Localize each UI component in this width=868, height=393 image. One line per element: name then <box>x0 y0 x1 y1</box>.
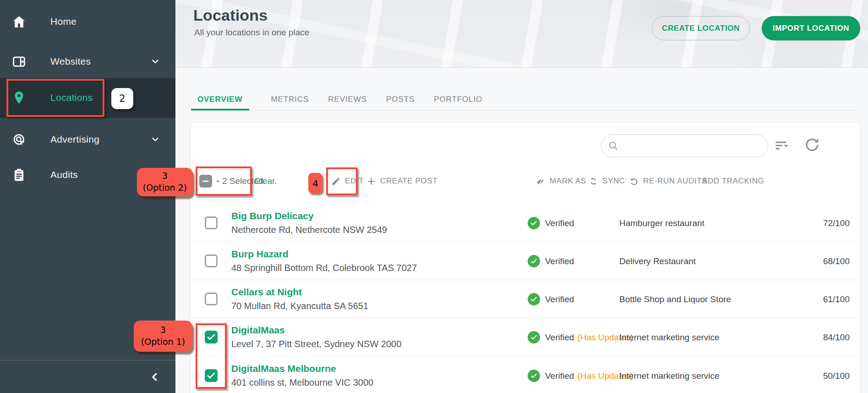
map-pin-icon <box>11 90 27 105</box>
bulk-actions-toolbar: 2 Selected. Clear. EDIT CREATE POST MARK… <box>191 166 860 196</box>
location-name-link[interactable]: DigitalMaas Melbourne <box>231 363 336 374</box>
location-name-link[interactable]: Big Burp Delicacy <box>231 210 314 221</box>
chevron-down-icon[interactable] <box>150 134 160 144</box>
rerun-audits-button[interactable]: RE-RUN AUDITS <box>629 166 707 196</box>
mark-as-button[interactable]: MARK AS <box>536 166 586 196</box>
sidebar-item-label: Home <box>50 16 76 27</box>
row-checkbox[interactable] <box>205 293 218 305</box>
location-name-link[interactable]: Burp Hazard <box>231 249 289 260</box>
sidebar-item-home[interactable]: Home <box>0 7 175 36</box>
replay-icon <box>629 177 639 186</box>
table-row: Big Burp Delicacy Nethercote Rd, Netherc… <box>191 204 860 242</box>
location-score: 50/100 <box>823 357 850 393</box>
tab-posts[interactable]: POSTS <box>380 90 421 111</box>
verified-check-icon <box>528 293 540 305</box>
chevron-down-icon[interactable] <box>150 56 160 66</box>
sidebar-item-advertising[interactable]: Advertising <box>0 125 175 154</box>
sidebar-item-label: Audits <box>50 169 78 180</box>
sidebar-item-audits[interactable]: Audits <box>0 161 175 189</box>
sidebar-item-label: Websites <box>50 56 91 67</box>
tab-metrics[interactable]: METRICS <box>265 90 316 111</box>
sync-icon <box>589 177 598 186</box>
sidebar-item-label: Advertising <box>50 134 99 145</box>
sidebar-item-label: Locations <box>50 92 93 103</box>
row-checkbox[interactable] <box>205 255 218 267</box>
search-input[interactable] <box>622 137 761 155</box>
location-category: Internet marketing service <box>619 318 720 356</box>
location-score: 84/100 <box>823 318 850 356</box>
browser-icon <box>11 54 27 69</box>
location-category: Internet marketing service <box>619 357 720 393</box>
row-checkbox[interactable] <box>205 216 218 229</box>
location-score: 61/100 <box>823 280 850 318</box>
ads-click-icon <box>11 132 27 147</box>
status-badge: Verified (Has Updates) <box>528 357 633 393</box>
status-badge: Verified (Has Updates) <box>528 318 633 356</box>
clipboard-icon <box>11 167 27 183</box>
plus-icon <box>366 177 376 186</box>
clear-selection-link[interactable]: Clear. <box>254 166 277 196</box>
refresh-icon[interactable] <box>804 137 820 153</box>
page-header: Locations All your locations in one plac… <box>175 0 868 68</box>
page-subtitle: All your locations in one place <box>194 28 309 38</box>
location-name-link[interactable]: Cellars at Night <box>231 287 302 298</box>
tag-icon <box>536 177 546 186</box>
locations-table-card: 2 Selected. Clear. EDIT CREATE POST MARK… <box>191 123 860 393</box>
tab-overview[interactable]: OVERVIEW <box>191 90 249 111</box>
verified-check-icon <box>528 255 540 267</box>
table-row: Burp Hazard 48 Springhill Bottom Rd, Col… <box>191 242 860 280</box>
status-badge: Verified <box>528 204 577 242</box>
verified-check-icon <box>528 331 540 343</box>
search-box <box>601 134 768 157</box>
collapse-sidebar-icon[interactable] <box>149 371 160 382</box>
location-category: Delivery Restaurant <box>619 242 696 280</box>
sidebar-item-websites[interactable]: Websites <box>0 47 175 76</box>
sidebar: Home Websites Locations Advertising <box>0 0 175 393</box>
location-category: Hamburger restaurant <box>619 204 704 242</box>
location-category: Bottle Shop and Liquor Store <box>619 280 731 318</box>
row-checkbox[interactable] <box>205 331 218 343</box>
location-address: 48 Springhill Bottom Rd, Colebrook TAS 7… <box>231 263 417 273</box>
sidebar-item-locations[interactable]: Locations <box>0 78 175 118</box>
location-address: 401 collins st, Melbourne VIC 3000 <box>231 377 373 388</box>
location-address: 70 Mullan Rd, Kyancutta SA 5651 <box>231 301 368 311</box>
tab-reviews[interactable]: REVIEWS <box>322 90 373 111</box>
sidebar-footer <box>0 360 175 393</box>
verified-check-icon <box>528 370 540 382</box>
selection-dropdown-icon[interactable] <box>214 177 222 185</box>
sync-button[interactable]: SYNC <box>589 166 625 196</box>
import-location-button[interactable]: IMPORT LOCATION <box>762 16 860 40</box>
page-title: Locations <box>193 6 267 24</box>
table-row: DigitalMaas Melbourne 401 collins st, Me… <box>191 357 860 393</box>
location-score: 68/100 <box>823 242 850 280</box>
search-icon <box>608 140 619 151</box>
home-icon <box>11 14 27 29</box>
table-row: Cellars at Night 70 Mullan Rd, Kyancutta… <box>191 280 860 318</box>
location-score: 72/100 <box>823 204 850 242</box>
annotation-step-2-badge: 2 <box>111 88 133 109</box>
table-row: DigitalMaas Level 7, 37 Pitt Street, Syd… <box>191 318 860 356</box>
edit-button[interactable]: EDIT <box>331 166 364 196</box>
status-badge: Verified <box>528 242 577 280</box>
pencil-icon <box>331 177 341 186</box>
filter-icon[interactable] <box>774 137 790 154</box>
tab-portfolio[interactable]: PORTFOLIO <box>427 90 489 111</box>
row-checkbox[interactable] <box>205 369 218 382</box>
create-post-button[interactable]: CREATE POST <box>366 166 437 196</box>
create-location-button[interactable]: CREATE LOCATION <box>652 16 750 40</box>
status-badge: Verified <box>528 280 577 318</box>
location-address: Nethercote Rd, Nethercote NSW 2549 <box>231 225 387 235</box>
add-tracking-button[interactable]: ADD TRACKING <box>702 166 764 196</box>
main-content: Locations All your locations in one plac… <box>175 0 868 393</box>
select-all-checkbox[interactable] <box>199 175 212 188</box>
verified-check-icon <box>528 217 540 229</box>
tabs-bar: OVERVIEW METRICS REVIEWS POSTS PORTFOLIO <box>175 68 868 123</box>
location-name-link[interactable]: DigitalMaas <box>231 325 285 336</box>
location-address: Level 7, 37 Pitt Street, Sydney NSW 2000 <box>231 339 401 349</box>
